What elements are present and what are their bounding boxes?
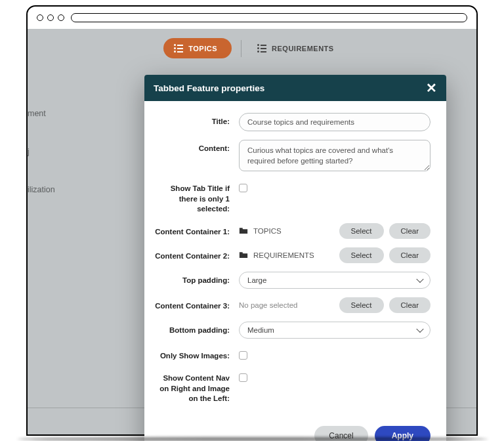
window-dot[interactable] xyxy=(47,14,54,21)
title-input[interactable] xyxy=(239,113,430,131)
list-icon xyxy=(174,44,183,52)
separator xyxy=(241,40,242,57)
cc3-value: No page selected xyxy=(239,301,334,309)
row-nav-right: Show Content Nav on Right and Image on t… xyxy=(154,369,430,404)
cc1-clear-button[interactable]: Clear xyxy=(389,223,430,239)
bottom-padding-select[interactable]: Medium xyxy=(239,322,430,339)
cc2-select-button[interactable]: Select xyxy=(339,247,384,263)
top-padding-select[interactable]: Large xyxy=(239,272,430,289)
cc3-clear-button[interactable]: Clear xyxy=(389,297,430,313)
bg-sidebar: ment j ilization xyxy=(28,94,55,209)
folder-icon xyxy=(239,227,248,234)
window-dot[interactable] xyxy=(58,14,64,21)
content-textarea[interactable] xyxy=(239,140,430,171)
browser-titlebar xyxy=(28,7,476,29)
list-icon xyxy=(257,44,266,52)
bg-tab-label: REQUIREMENTS xyxy=(272,45,334,52)
label-show-tab-title: Show Tab Title if there is only 1 select… xyxy=(154,180,239,215)
bg-tab-label: TOPICS xyxy=(188,45,217,52)
label-cc2: Content Container 2: xyxy=(154,247,239,262)
row-content: Content: xyxy=(154,140,430,171)
cc1-select-button[interactable]: Select xyxy=(339,223,384,239)
url-bar[interactable] xyxy=(71,13,467,22)
bg-sidebar-item: ilization xyxy=(28,171,55,209)
row-cc2: Content Container 2: REQUIREMENTS Select… xyxy=(154,247,430,263)
bg-sidebar-item: j xyxy=(28,133,55,171)
bg-tab-requirements[interactable]: REQUIREMENTS xyxy=(251,39,341,58)
label-nav-right: Show Content Nav on Right and Image on t… xyxy=(154,369,239,404)
row-only-images: Only Show Images: xyxy=(154,347,430,362)
drop-shadow xyxy=(17,437,488,441)
top-padding-select-wrap: Large xyxy=(239,272,430,289)
row-title: Title: xyxy=(154,113,430,131)
row-bottom-padding: Bottom padding: Medium xyxy=(154,322,430,339)
bg-sidebar-item: ment xyxy=(28,94,55,133)
row-cc1: Content Container 1: TOPICS Select Clear xyxy=(154,223,430,239)
show-tab-title-checkbox[interactable] xyxy=(239,184,247,192)
window-dot[interactable] xyxy=(37,14,43,21)
window-controls xyxy=(37,14,64,21)
label-cc3: Content Container 3: xyxy=(154,297,239,312)
bg-tab-topics[interactable]: TOPICS xyxy=(163,38,232,58)
browser-frame: TOPICS REQUIREMENTS ment j ilization + T… xyxy=(26,5,478,436)
modal-header: Tabbed Feature properties ✕ xyxy=(144,75,446,101)
label-cc1: Content Container 1: xyxy=(154,223,239,238)
modal-dialog: Tabbed Feature properties ✕ Title: Conte… xyxy=(144,75,446,441)
close-icon[interactable]: ✕ xyxy=(426,81,437,94)
modal-title: Tabbed Feature properties xyxy=(154,83,264,93)
label-top-padding: Top padding: xyxy=(154,272,239,286)
bottom-padding-select-wrap: Medium xyxy=(239,322,430,339)
label-bottom-padding: Bottom padding: xyxy=(154,322,239,336)
cc2-clear-button[interactable]: Clear xyxy=(389,247,430,263)
row-top-padding: Top padding: Large xyxy=(154,272,430,289)
nav-right-checkbox[interactable] xyxy=(239,373,247,382)
row-cc3: Content Container 3: No page selected Se… xyxy=(154,297,430,313)
label-only-images: Only Show Images: xyxy=(154,347,239,362)
folder-icon xyxy=(239,251,248,259)
bg-tab-row: TOPICS REQUIREMENTS xyxy=(28,29,476,58)
label-content: Content: xyxy=(154,140,239,154)
label-title: Title: xyxy=(154,113,239,127)
modal-body: Title: Content: Show Tab Title if there … xyxy=(144,101,446,419)
cc2-value: REQUIREMENTS xyxy=(253,251,334,259)
cc1-value: TOPICS xyxy=(253,227,334,235)
cc3-select-button[interactable]: Select xyxy=(339,297,384,313)
only-images-checkbox[interactable] xyxy=(239,351,247,360)
row-show-tab-title: Show Tab Title if there is only 1 select… xyxy=(154,180,430,215)
